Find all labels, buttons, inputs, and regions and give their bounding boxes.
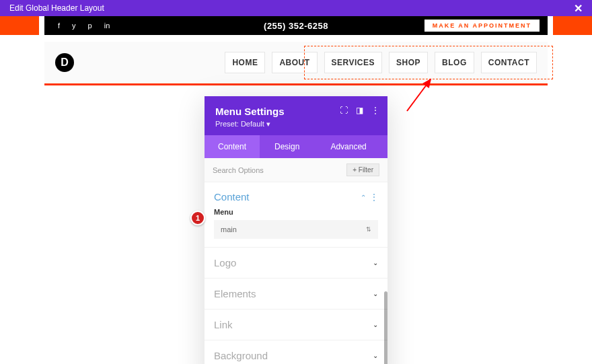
section-content: Content ⌃⋮ Menu main ⇅ [205, 182, 387, 248]
panel-body: Search Options + Filter Content ⌃⋮ Menu … [205, 158, 387, 364]
logo-icon[interactable] [55, 53, 74, 72]
filter-button[interactable]: + Filter [346, 163, 379, 176]
search-row: Search Options + Filter [205, 158, 387, 182]
section-more-icon[interactable]: ⋮ [370, 192, 378, 202]
tab-advanced[interactable]: Advanced [314, 135, 382, 158]
settings-tabs: Content Design Advanced [205, 135, 387, 158]
annotation-badge-1: 1 [190, 211, 205, 225]
chevron-up-icon[interactable]: ⌃ [361, 194, 366, 201]
accent-right [553, 16, 592, 35]
tab-content[interactable]: Content [205, 135, 260, 158]
pinterest-icon[interactable]: p [88, 22, 92, 30]
panel-header[interactable]: Menu Settings Preset: Default ▾ ⛶ ◨ ⋮ [205, 96, 387, 135]
more-icon[interactable]: ⋮ [371, 106, 379, 115]
top-info-bar: f y p in (255) 352-6258 MAKE AN APPOINTM… [44, 16, 548, 35]
section-elements[interactable]: Elements⌄ [205, 279, 387, 310]
facebook-icon[interactable]: f [58, 22, 60, 30]
select-caret-icon: ⇅ [366, 226, 371, 233]
accent-left [0, 16, 39, 35]
panel-header-icons: ⛶ ◨ ⋮ [340, 106, 379, 115]
menu-select[interactable]: main ⇅ [214, 220, 378, 239]
close-icon[interactable]: ✕ [574, 2, 583, 15]
phone-number: (255) 352-6258 [264, 21, 328, 31]
menu-select-value: main [221, 225, 237, 233]
search-input[interactable]: Search Options [213, 166, 264, 174]
global-edit-bar: Edit Global Header Layout ✕ [0, 0, 592, 16]
scrollbar[interactable] [384, 291, 387, 364]
edit-title: Edit Global Header Layout [9, 3, 104, 13]
preset-selector[interactable]: Preset: Default ▾ [215, 120, 377, 129]
appointment-button[interactable]: MAKE AN APPOINTMENT [424, 20, 540, 32]
expand-icon[interactable]: ⛶ [340, 106, 348, 115]
social-icons: f y p in [44, 22, 110, 30]
chevron-down-icon: ⌄ [373, 259, 378, 266]
section-logo[interactable]: Logo⌄ [205, 248, 387, 279]
section-content-title[interactable]: Content [214, 191, 250, 203]
annotation-arrow [404, 74, 437, 114]
linkedin-icon[interactable]: in [104, 22, 110, 30]
chevron-down-icon: ⌄ [373, 352, 378, 359]
section-link[interactable]: Link⌄ [205, 310, 387, 340]
menu-field-label: Menu [214, 208, 378, 216]
layout-icon[interactable]: ◨ [356, 106, 363, 115]
chevron-down-icon: ⌄ [373, 290, 378, 297]
divider-line [44, 83, 548, 85]
section-background[interactable]: Background⌄ [205, 340, 387, 364]
chevron-down-icon: ⌄ [373, 321, 378, 328]
twitter-icon[interactable]: y [72, 22, 76, 30]
svg-line-0 [407, 79, 431, 111]
menu-settings-panel: Menu Settings Preset: Default ▾ ⛶ ◨ ⋮ Co… [205, 96, 387, 364]
menu-home[interactable]: HOME [225, 52, 265, 73]
tab-design[interactable]: Design [260, 135, 314, 158]
